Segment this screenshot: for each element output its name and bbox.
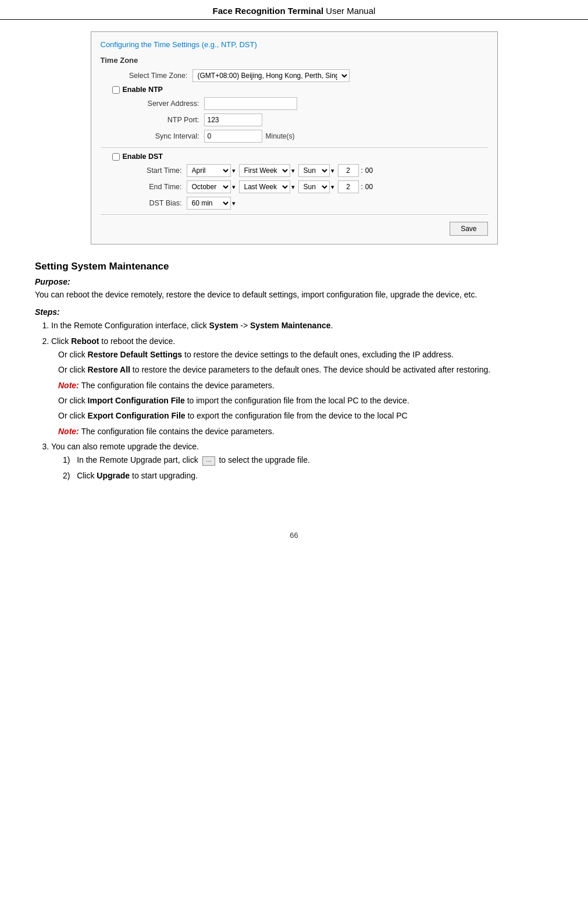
page-header: Face Recognition Terminal User Manual: [0, 0, 588, 20]
enable-ntp-checkbox[interactable]: [112, 86, 120, 94]
start-time-week[interactable]: First Week: [239, 164, 290, 177]
sub-item-note1: Note: The configuration file contains th…: [58, 379, 553, 392]
server-address-input[interactable]: [204, 97, 297, 110]
header-title-bold: Face Recognition Terminal: [213, 6, 324, 16]
browse-icon[interactable]: ⋯: [202, 456, 215, 466]
ntp-port-input[interactable]: [204, 114, 262, 126]
end-time-day[interactable]: Sun: [298, 180, 330, 193]
step1-text-after: .: [331, 321, 333, 330]
step2-bold1: Reboot: [71, 336, 99, 346]
note1-label: Note:: [58, 381, 79, 390]
page-number: 66: [0, 531, 588, 540]
enable-dst-checkbox[interactable]: [112, 153, 120, 161]
step3-text: You can also remote upgrade the device.: [51, 442, 199, 451]
sync-interval-input[interactable]: [204, 130, 262, 143]
sub-item-restore-all: Or click Restore All to restore the devi…: [58, 363, 553, 376]
step-2: Click Reboot to reboot the device. Or cl…: [51, 335, 553, 438]
step-1: In the Remote Configuration interface, c…: [51, 319, 553, 332]
select-timezone-dropdown[interactable]: (GMT+08:00) Beijing, Hong Kong, Perth, S…: [193, 69, 350, 82]
sub-item-note2: Note: The configuration file contains th…: [58, 425, 553, 438]
note2-label: Note:: [58, 427, 79, 436]
start-time-colon: :: [361, 166, 363, 175]
start-time-minute: 00: [365, 166, 373, 175]
step3-sub2-bold: Upgrade: [97, 471, 130, 480]
step3-sub2-after: to start upgrading.: [130, 471, 198, 480]
step3-sub1-after: to select the upgrade file.: [217, 455, 310, 465]
sub-item-export-config: Or click Export Configuration File to ex…: [58, 409, 553, 422]
sub-item-restore-default: Or click Restore Default Settings to res…: [58, 348, 553, 361]
step1-text-before: In the Remote Configuration interface, c…: [51, 321, 209, 330]
sync-interval-unit: Minute(s): [266, 132, 295, 140]
select-timezone-row: Select Time Zone: (GMT+08:00) Beijing, H…: [112, 69, 488, 82]
step3-sub2-before: Click: [77, 471, 97, 480]
steps-list: In the Remote Configuration interface, c…: [35, 319, 553, 482]
step1-text-mid: ->: [238, 321, 250, 330]
sync-interval-label: Sync Interval:: [124, 132, 199, 140]
step1-bold1: System: [209, 321, 238, 330]
steps-label: Steps:: [35, 307, 553, 317]
page-content: Configuring the Time Settings (e.g., NTP…: [0, 20, 588, 508]
screenshot-box: Configuring the Time Settings (e.g., NTP…: [91, 31, 498, 244]
ntp-port-label: NTP Port:: [124, 116, 199, 124]
end-time-label: End Time:: [124, 183, 182, 191]
step1-bold2: System Maintenance: [250, 321, 331, 330]
step3-sub2: 2) Click Upgrade to start upgrading.: [63, 469, 553, 482]
ntp-port-row: NTP Port:: [124, 114, 488, 126]
end-time-colon: :: [361, 183, 363, 191]
dst-bias-row: DST Bias: 60 min ▾: [124, 197, 488, 210]
config-title: Configuring the Time Settings (e.g., NTP…: [101, 40, 488, 49]
timezone-section-label: Time Zone: [101, 56, 488, 65]
purpose-label: Purpose:: [35, 277, 553, 286]
start-time-label: Start Time:: [124, 166, 182, 175]
purpose-text: You can reboot the device remotely, rest…: [35, 289, 553, 302]
divider2: [101, 214, 488, 215]
dst-bias-label: DST Bias:: [124, 199, 182, 207]
step3-sub1-before: In the Remote Upgrade part, click: [77, 455, 200, 465]
server-address-label: Server Address:: [124, 100, 199, 108]
sync-interval-row: Sync Interval: Minute(s): [124, 130, 488, 143]
step3-sub1: 1) In the Remote Upgrade part, click ⋯ t…: [63, 453, 553, 466]
end-time-month[interactable]: October: [187, 180, 231, 193]
start-time-row: Start Time: April ▾ First Week ▾ Sun ▾ 2…: [124, 164, 488, 177]
step-3: You can also remote upgrade the device. …: [51, 440, 553, 482]
enable-dst-label: Enable DST: [123, 153, 163, 161]
enable-dst-row: Enable DST: [101, 153, 488, 161]
step2-text-before: Click: [51, 336, 71, 346]
save-button[interactable]: Save: [450, 222, 487, 236]
end-time-hour-spinbox[interactable]: 2: [338, 180, 359, 193]
header-title-normal: User Manual: [323, 6, 375, 16]
sub-item-import-config: Or click Import Configuration File to im…: [58, 394, 553, 407]
step2-text-after: to reboot the device.: [99, 336, 175, 346]
start-time-month[interactable]: April: [187, 164, 231, 177]
end-time-week[interactable]: Last Week: [239, 180, 290, 193]
divider1: [101, 147, 488, 148]
step2-sub-list: Or click Restore Default Settings to res…: [51, 348, 553, 438]
note2-text: The configuration file contains the devi…: [79, 427, 275, 436]
end-time-hour-value: 2: [346, 183, 350, 191]
enable-ntp-row: Enable NTP: [101, 86, 488, 94]
enable-ntp-label: Enable NTP: [123, 86, 163, 94]
note1-text: The configuration file contains the devi…: [79, 381, 275, 390]
dst-bias-select[interactable]: 60 min: [187, 197, 231, 210]
start-time-hour-value: 2: [346, 166, 350, 175]
server-address-row: Server Address:: [124, 97, 488, 110]
end-time-row: End Time: October ▾ Last Week ▾ Sun ▾ 2 …: [124, 180, 488, 193]
start-time-hour-spinbox[interactable]: 2: [338, 164, 359, 177]
end-time-minute: 00: [365, 183, 373, 191]
save-row: Save: [101, 222, 488, 236]
start-time-day[interactable]: Sun: [298, 164, 330, 177]
select-timezone-label: Select Time Zone:: [112, 72, 188, 80]
step3-sub-list: 1) In the Remote Upgrade part, click ⋯ t…: [51, 453, 553, 482]
section-heading: Setting System Maintenance: [35, 261, 553, 272]
